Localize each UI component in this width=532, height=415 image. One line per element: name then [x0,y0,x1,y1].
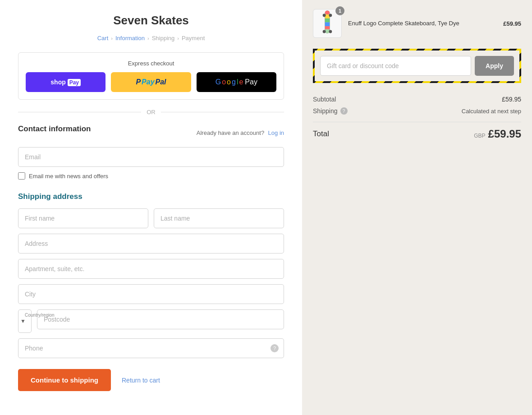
svg-rect-5 [325,26,330,29]
express-checkout-label: Express checkout [26,60,276,67]
discount-input[interactable] [320,56,471,76]
shipping-row: Shipping ? Calculated at next step [313,107,521,115]
breadcrumb-sep-3: › [177,36,179,41]
svg-point-8 [329,30,332,33]
apply-button[interactable]: Apply [475,56,514,76]
email-group [18,147,284,167]
breadcrumb-sep-1: › [111,36,113,41]
gpay-button[interactable]: Google Pay [197,72,276,92]
item-price: £59.95 [503,20,521,27]
item-badge: 1 [335,6,344,15]
total-divider [313,122,521,122]
breadcrumb-shipping: Shipping [152,35,175,42]
svg-rect-1 [325,11,330,15]
city-field[interactable] [18,284,284,304]
checkbox-label: Email me with news and offers [29,173,108,180]
return-to-cart-link[interactable]: Return to cart [122,377,160,384]
store-title: Seven Skates [18,14,284,28]
shipping-label: Shipping [313,107,338,115]
breadcrumb-cart[interactable]: Cart [97,35,109,42]
item-info: Enuff Logo Complete Skateboard, Tye Dye [348,19,497,28]
svg-rect-4 [325,22,330,26]
paypal-logo: PPayPal [136,78,166,86]
currency-label: GBP [474,133,485,139]
svg-point-10 [329,14,332,17]
subtotal-row: Subtotal £59.95 [313,96,521,103]
last-name-field[interactable] [154,208,284,228]
shipping-address-title: Shipping address [18,192,284,201]
phone-group: ? [18,338,284,358]
postcode-field[interactable] [37,309,284,329]
gpay-label: Google Pay [216,78,257,86]
apartment-group [18,259,284,279]
cart-item: 1 Enuff Logo Complete [313,9,521,38]
checkbox-row: Email me with news and offers [18,172,284,180]
breadcrumb: Cart › Information › Shipping › Payment [18,35,284,42]
news-checkbox[interactable] [18,172,25,180]
shop-pay-button[interactable]: shop Pay [26,72,105,92]
svg-point-7 [323,30,326,33]
grand-total-row: Total GBP £59.95 [313,128,521,140]
breadcrumb-payment: Payment [182,35,205,42]
apartment-field[interactable] [18,259,284,279]
email-field[interactable] [18,147,284,167]
skateboard-icon [318,10,336,37]
svg-rect-3 [325,18,330,23]
item-name: Enuff Logo Complete Skateboard, Tye Dye [348,19,497,28]
log-in-link[interactable]: Log in [268,129,284,136]
subtotal-label: Subtotal [313,96,336,103]
svg-point-9 [323,14,326,17]
already-text: Already have an account? Log in [197,129,284,137]
shipping-label-wrap: Shipping ? [313,107,348,115]
contact-header: Contact information Already have an acco… [18,124,284,141]
or-text: OR [147,109,156,115]
paypal-button[interactable]: PPayPal [111,72,191,92]
shop-pay-label: shop Pay [50,78,81,86]
name-row [18,208,284,228]
address-field[interactable] [18,234,284,254]
grand-total-label: Total [313,129,329,138]
right-panel: 1 Enuff Logo Complete [302,0,532,415]
phone-field[interactable] [18,338,284,358]
grand-total-value: £59.95 [488,128,521,140]
or-divider: OR [18,109,284,115]
first-name-field[interactable] [18,208,148,228]
payment-buttons: shop Pay PPayPal Google Pay [26,72,276,92]
shipping-calc-value: Calculated at next step [462,108,521,115]
express-checkout-box: Express checkout shop Pay PPayPal Google… [18,52,284,100]
subtotal-value: £59.95 [502,96,521,103]
discount-section: Apply [313,49,521,83]
contact-title: Contact information [18,124,91,134]
grand-total-right: GBP £59.95 [474,128,521,140]
phone-help-icon[interactable]: ? [271,344,279,352]
shipping-help-icon[interactable]: ? [340,107,348,115]
bottom-actions: Continue to shipping Return to cart [18,369,284,391]
item-image-wrapper: 1 [313,9,342,38]
left-panel: Seven Skates Cart › Information › Shippi… [0,0,302,415]
country-label: Country/region [25,313,55,318]
discount-row: Apply [320,56,514,76]
city-group [18,284,284,304]
breadcrumb-information: Information [115,35,145,42]
totals-section: Subtotal £59.95 Shipping ? Calculated at… [313,92,521,144]
country-postcode-row: Country/region United Kingdom ▼ [18,309,284,333]
country-select-wrapper: Country/region United Kingdom ▼ [18,309,32,333]
address-group [18,234,284,254]
continue-shipping-button[interactable]: Continue to shipping [18,369,111,391]
breadcrumb-sep-2: › [147,36,149,41]
